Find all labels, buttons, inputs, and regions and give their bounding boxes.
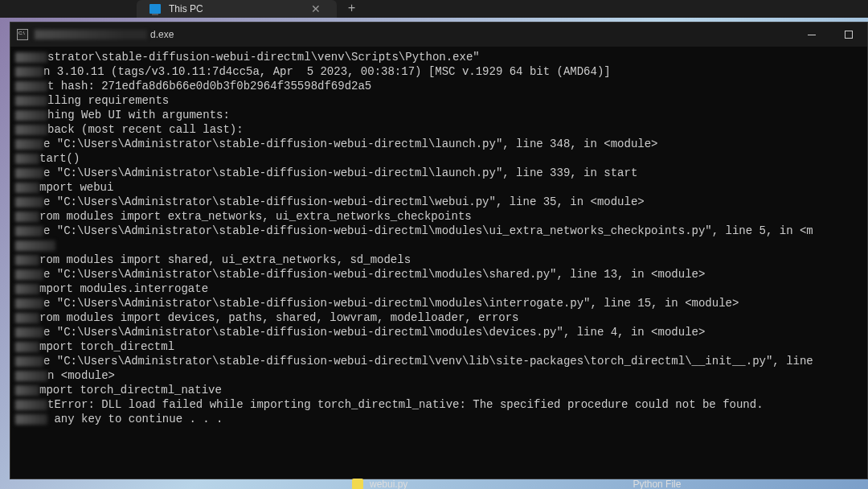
cmd-window: d.exe venv "C:\Users\Administrator\stabl… [10, 22, 868, 479]
terminal-line: File "C:\Users\Administrator\stable-diff… [15, 325, 862, 339]
terminal-line: File "C:\Users\Administrator\stable-diff… [15, 137, 862, 151]
blurred-prefix: Fil [15, 298, 43, 309]
terminal-text: e "C:\Users\Administrator\stable-diffusi… [43, 166, 637, 179]
terminal-text: mport modules.interrogate [39, 282, 208, 295]
cmd-title: d.exe [35, 29, 174, 40]
new-tab-button[interactable]: + [337, 2, 367, 16]
blurred-prefix: 14, i [15, 371, 47, 381]
terminal-line: File "C:\Users\Administrator\stable-diff… [15, 267, 862, 281]
cmd-title-text: d.exe [150, 29, 174, 40]
cmd-titlebar[interactable]: d.exe [10, 23, 867, 47]
terminal-line: venv "C:\Users\Administrator\stable-diff… [15, 50, 862, 64]
terminal-text: e "C:\Users\Administrator\stable-diffusi… [43, 355, 813, 368]
explorer-tab-bar: This PC ✕ + [0, 0, 868, 18]
terminal-line: from modules import shared, ui_extra_net… [15, 253, 862, 267]
blurred-prefix: Pytho [15, 67, 43, 77]
blurred-prefix: Fil [15, 327, 43, 338]
terminal-line: Traceback (most recent call last): [15, 122, 862, 137]
terminal-line: import modules.interrogate [15, 281, 862, 296]
minimize-button[interactable] [793, 23, 830, 47]
terminal-text: e "C:\Users\Administrator\stable-diffusi… [43, 138, 658, 150]
terminal-line: odule> [15, 238, 862, 253]
blurred-prefix: Impor [15, 400, 47, 410]
blurred-prefix: f [15, 212, 39, 222]
blurred-prefix: Fil [15, 226, 43, 236]
terminal-text: rom modules import extra_networks, ui_ex… [39, 210, 472, 223]
terminal-line: start() [15, 151, 862, 166]
blurred-prefix: Fil [15, 269, 43, 280]
blurred-prefix: i [15, 183, 39, 193]
terminal-text: rom modules import devices, paths, share… [39, 311, 519, 324]
blurred-prefix: Launc [15, 110, 47, 121]
blurred-prefix: i [15, 342, 39, 352]
minimize-icon [808, 35, 816, 35]
blurred-prefix: f [15, 313, 39, 323]
blurred-prefix: i [15, 385, 39, 396]
terminal-text: back (most recent call last): [47, 123, 244, 136]
terminal-line: ImportError: DLL load failed while impor… [15, 397, 862, 412]
blurred-prefix: venv "C:\Users\Admini [15, 52, 47, 63]
window-controls [793, 23, 867, 47]
terminal-line: from modules import extra_networks, ui_e… [15, 209, 862, 224]
terminal-text: mport torch_directml [39, 340, 174, 353]
blurred-prefix: Fil [15, 168, 43, 179]
terminal-line: from modules import devices, paths, shar… [15, 310, 862, 325]
terminal-line: File "C:\Users\Administrator\stable-diff… [15, 224, 862, 238]
maximize-icon [845, 31, 853, 39]
terminal-text: n 3.10.11 (tags/v3.10.11:7d4cc5a, Apr 5 … [43, 65, 611, 78]
terminal-line: Commit hash: 271edfa8d6b66e0d0b3f0b2964f… [15, 79, 862, 93]
terminal-text: e "C:\Users\Administrator\stable-diffusi… [43, 297, 739, 310]
blurred-prefix: Fil [15, 356, 43, 367]
cmd-icon [17, 29, 28, 40]
terminal-line: Press any key to continue . . . [15, 412, 862, 426]
terminal-text: any key to continue . . . [47, 413, 223, 425]
terminal-text: e "C:\Users\Administrator\stable-diffusi… [43, 268, 705, 281]
python-file-icon [352, 479, 363, 489]
maximize-button[interactable] [830, 23, 867, 47]
terminal-text: t hash: 271edfa8d6b66e0d0b3f0b2964f35598… [47, 80, 371, 92]
terminal-text: e "C:\Users\Administrator\stable-diffusi… [43, 195, 645, 208]
terminal-line: import webui [15, 180, 862, 195]
blurred-prefix: Fil [15, 197, 43, 208]
terminal-text: hing Web UI with arguments: [47, 109, 230, 121]
terminal-line: Installing requirements [15, 93, 862, 108]
terminal-line: File "C:\Users\Administrator\stable-diff… [15, 296, 862, 310]
terminal-text: tError: DLL load failed while importing … [47, 398, 764, 411]
file-explorer-row: webui.py Python File [352, 479, 868, 489]
blurred-prefix: Press [15, 414, 47, 425]
terminal-line: Launching Web UI with arguments: [15, 108, 862, 122]
file-name: webui.py [370, 479, 407, 489]
tab-close-button[interactable]: ✕ [308, 2, 324, 15]
terminal-text: e "C:\Users\Administrator\stable-diffusi… [43, 224, 813, 237]
terminal-line: Python 3.10.11 (tags/v3.10.11:7d4cc5a, A… [15, 64, 862, 79]
pc-icon [149, 4, 161, 14]
blurred-prefix: s [15, 154, 39, 164]
blurred-prefix: odule> [15, 240, 55, 251]
terminal-text: mport webui [39, 181, 113, 194]
blurred-prefix: Fil [15, 139, 43, 150]
terminal-line: File "C:\Users\Administrator\stable-diff… [15, 166, 862, 180]
blurred-prefix: Commi [15, 81, 47, 92]
file-item[interactable]: webui.py [352, 479, 407, 489]
terminal-text: lling requirements [47, 94, 169, 107]
terminal-line: File "C:\Users\Administrator\stable-diff… [15, 195, 862, 209]
blurred-prefix: i [15, 284, 39, 294]
terminal-line: File "C:\Users\Administrator\stable-diff… [15, 354, 862, 368]
explorer-tab-thispc[interactable]: This PC ✕ [137, 0, 337, 18]
terminal-line: import torch_directml [15, 339, 862, 354]
terminal-line: import torch_directml_native [15, 383, 862, 397]
terminal-text: mport torch_directml_native [39, 384, 222, 397]
explorer-tab-title: This PC [169, 3, 203, 14]
blurred-prefix: f [15, 255, 39, 265]
blurred-prefix: Insta [15, 96, 47, 106]
file-type: Python File [633, 479, 681, 489]
terminal-text: n <module> [47, 369, 115, 382]
blurred-prefix: Trace [15, 125, 47, 135]
terminal-line: 14, in <module> [15, 368, 862, 383]
terminal-text: rom modules import shared, ui_extra_netw… [39, 253, 411, 266]
terminal-text: e "C:\Users\Administrator\stable-diffusi… [43, 326, 705, 339]
terminal-output[interactable]: venv "C:\Users\Administrator\stable-diff… [10, 47, 867, 479]
